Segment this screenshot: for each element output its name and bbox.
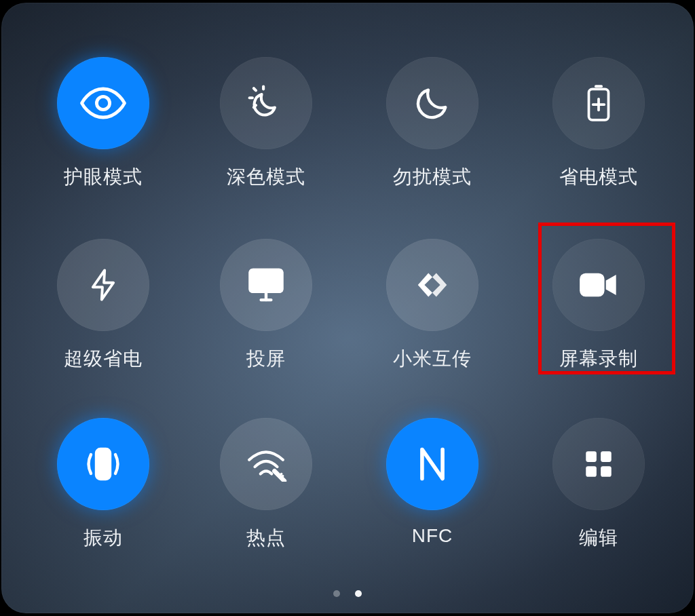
tile-dark-mode[interactable]: 深色模式 [181, 57, 351, 190]
svg-point-0 [96, 96, 109, 109]
nfc-icon [415, 445, 450, 483]
svg-line-3 [254, 105, 256, 107]
tile-label: 小米互传 [393, 346, 472, 372]
control-center-panel: 护眼模式 深色模式 [1, 3, 694, 613]
bolt-icon [86, 265, 121, 305]
tile-eye-care-circle [57, 57, 149, 149]
tile-dark-mode-circle [220, 57, 312, 149]
svg-rect-19 [601, 466, 612, 477]
page-dot[interactable] [333, 590, 340, 597]
svg-marker-9 [93, 270, 113, 299]
tile-vibrate-circle [57, 418, 149, 510]
page-indicator[interactable] [1, 590, 694, 597]
tile-label: NFC [412, 525, 453, 547]
tile-label: 勿扰模式 [393, 164, 472, 190]
tile-label: 投屏 [246, 346, 286, 372]
vibrate-icon [81, 445, 125, 483]
tile-dnd-circle [386, 57, 478, 149]
tile-eye-care[interactable]: 护眼模式 [18, 57, 188, 190]
monitor-icon [246, 267, 286, 303]
sun-moon-icon [245, 82, 287, 124]
moon-icon [413, 83, 452, 123]
hotspot-icon [245, 446, 287, 482]
svg-rect-18 [586, 466, 597, 477]
svg-rect-10 [250, 270, 282, 292]
grid-squares-icon [582, 447, 616, 481]
tile-vibrate[interactable]: 振动 [18, 418, 188, 551]
tile-nfc-circle [386, 418, 478, 510]
mi-share-icon [413, 268, 452, 302]
tile-dnd[interactable]: 勿扰模式 [348, 57, 517, 190]
tile-label: 超级省电 [64, 346, 143, 372]
tile-label: 省电模式 [559, 164, 638, 190]
tile-ultra-save-circle [57, 239, 149, 331]
tile-cast-circle [220, 239, 312, 331]
svg-rect-15 [96, 449, 110, 479]
tile-nfc[interactable]: NFC [348, 418, 517, 547]
eye-icon [79, 79, 128, 128]
tile-label: 热点 [246, 525, 286, 551]
tile-power-save-circle [552, 57, 645, 149]
page-dot-active[interactable] [355, 590, 362, 597]
tile-ultra-save[interactable]: 超级省电 [18, 239, 188, 372]
annotation-highlight [538, 223, 675, 374]
tile-edit[interactable]: 编辑 [514, 418, 683, 551]
tile-label: 护眼模式 [64, 164, 143, 190]
svg-rect-17 [601, 451, 612, 462]
tile-label: 编辑 [579, 525, 618, 551]
svg-rect-16 [586, 451, 597, 462]
tile-mi-share-circle [386, 239, 478, 331]
tile-label: 振动 [83, 525, 123, 551]
tile-power-save[interactable]: 省电模式 [514, 57, 683, 190]
svg-line-1 [254, 88, 256, 90]
battery-plus-icon [582, 83, 616, 123]
tile-label: 深色模式 [227, 164, 305, 190]
tile-edit-circle [552, 418, 645, 510]
tile-mi-share[interactable]: 小米互传 [348, 239, 517, 372]
tile-hotspot[interactable]: 热点 [181, 418, 351, 551]
tile-hotspot-circle [220, 418, 312, 510]
tile-cast[interactable]: 投屏 [181, 239, 351, 372]
